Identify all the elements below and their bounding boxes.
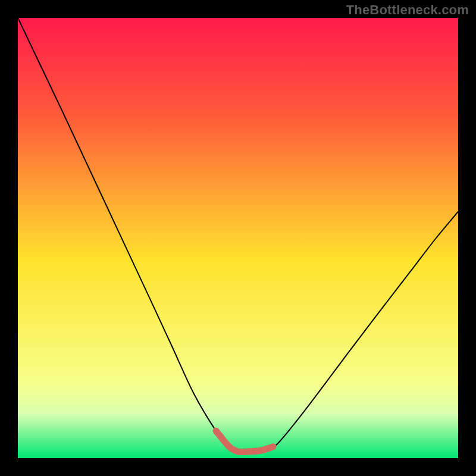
- bottleneck-chart: [18, 18, 458, 458]
- chart-frame: TheBottleneck.com: [0, 0, 476, 476]
- watermark-text: TheBottleneck.com: [346, 2, 469, 18]
- chart-background: [18, 18, 458, 458]
